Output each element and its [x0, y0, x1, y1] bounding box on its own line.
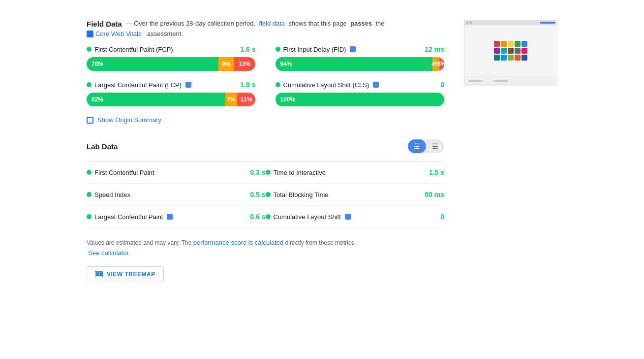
lab-metric-dot	[87, 214, 92, 219]
lab-metric-row: Largest Contentful Paint0.6 s	[87, 206, 266, 228]
cwv-link[interactable]: Core Web Vitals	[95, 30, 141, 37]
lab-data-header: Lab Data ☰ ☰	[87, 139, 444, 153]
info-icon[interactable]	[350, 46, 356, 52]
bar-red: 3%	[439, 57, 444, 71]
metric-dot	[276, 47, 280, 52]
lab-metric-label-text: Speed Index	[94, 191, 130, 198]
lab-metric-dot	[266, 214, 271, 219]
passes-text: passes	[350, 20, 372, 27]
origin-summary-checkbox[interactable]	[87, 117, 93, 124]
metric-label: First Input Delay (FID)	[276, 46, 356, 53]
treemap-icon	[95, 271, 103, 277]
origin-summary-row: Show Origin Summary	[87, 116, 444, 124]
origin-summary-label[interactable]: Show Origin Summary	[97, 116, 161, 124]
thumb-color-cell	[494, 41, 500, 47]
info-icon[interactable]	[373, 82, 379, 88]
lab-metric-label-text: First Contentful Paint	[94, 169, 154, 176]
thumb-color-cell	[494, 55, 500, 61]
metric-value: 0	[440, 81, 444, 89]
metric-label-text: First Input Delay (FID)	[283, 46, 346, 53]
view-treemap-button[interactable]: VIEW TREEMAP	[87, 266, 164, 282]
field-metric-item: First Input Delay (FID)12 ms94%4%3%	[276, 45, 445, 71]
lab-metric-label: Speed Index	[87, 191, 130, 198]
lab-metric-value: 1.5 s	[429, 168, 444, 176]
thumb-color-cell	[501, 41, 507, 47]
lab-metric-dot	[87, 192, 92, 197]
metric-dot	[87, 47, 92, 52]
lab-metric-dot	[266, 192, 271, 197]
perf-score-link[interactable]: performance score is calculated	[193, 239, 284, 246]
thumb-color-cell	[501, 55, 507, 61]
lab-metric-label: First Contentful Paint	[87, 169, 154, 176]
field-metrics-grid: First Contentful Paint (FCP)1.6 s78%9%13…	[87, 45, 444, 106]
metric-label-text: First Contentful Paint (FCP)	[94, 46, 173, 53]
metric-value: 12 ms	[425, 45, 444, 53]
bar-green: 78%	[87, 57, 218, 71]
toggle-compact-btn[interactable]: ☰	[426, 139, 444, 153]
lab-metric-value: 0.5 s	[250, 191, 265, 198]
metric-label: Largest Contentful Paint (LCP)	[87, 81, 191, 89]
treemap-label: VIEW TREEMAP	[107, 271, 155, 278]
field-data-link[interactable]: field data	[259, 20, 285, 27]
bar-green: 82%	[87, 93, 225, 106]
thumb-color-cell	[521, 48, 527, 54]
metric-progress-bar: 78%9%13%	[87, 57, 256, 71]
thumb-color-cell	[508, 55, 514, 61]
lab-data-section: Lab Data ☰ ☰ First Contentful Paint0.3 s…	[87, 139, 444, 228]
metric-progress-bar: 94%4%3%	[276, 57, 445, 71]
lab-metric-label: Total Blocking Time	[266, 191, 329, 198]
bar-green: 100%	[276, 93, 445, 106]
metric-dot	[276, 82, 280, 87]
field-data-description: — Over the previous 28-day collection pe…	[124, 20, 385, 27]
view-toggle: ☰ ☰	[408, 139, 444, 153]
field-metric-item: Cumulative Layout Shift (CLS)0100%	[276, 81, 445, 106]
thumbnail-panel	[464, 20, 557, 282]
thumb-color-cell	[508, 41, 514, 47]
metric-label: First Contentful Paint (FCP)	[87, 46, 173, 53]
lab-metric-label: Largest Contentful Paint	[87, 213, 173, 221]
thumb-color-cell	[515, 55, 521, 61]
lab-metric-row: Total Blocking Time80 ms	[266, 184, 445, 206]
lab-metric-value: 0.3 s	[250, 168, 265, 176]
metric-progress-bar: 82%7%11%	[87, 93, 256, 106]
lab-metric-label-text: Total Blocking Time	[274, 191, 329, 198]
metric-label-text: Largest Contentful Paint (LCP)	[94, 81, 182, 89]
bar-red: 11%	[237, 93, 256, 106]
bar-red: 13%	[234, 57, 256, 71]
lab-metric-label-text: Largest Contentful Paint	[94, 213, 163, 221]
info-icon[interactable]	[167, 214, 173, 220]
thumb-color-cell	[494, 48, 500, 54]
calculator-link[interactable]: See calculator	[88, 249, 128, 257]
metric-value: 1.9 s	[240, 81, 255, 89]
lab-metric-label: Cumulative Layout Shift	[266, 213, 351, 221]
metric-label-text: Cumulative Layout Shift (CLS)	[283, 81, 369, 89]
lab-col-right: Time to Interactive1.5 sTotal Blocking T…	[266, 162, 445, 228]
lab-metric-dot	[87, 170, 92, 175]
bar-orange: 9%	[218, 57, 234, 71]
field-metric-item: First Contentful Paint (FCP)1.6 s78%9%13…	[87, 45, 256, 71]
lab-metric-row: Speed Index0.5 s	[87, 184, 266, 206]
page-thumbnail	[464, 20, 557, 86]
detailed-icon: ☰	[414, 142, 420, 150]
info-icon[interactable]	[185, 82, 191, 88]
lab-metric-row: Time to Interactive1.5 s	[266, 162, 445, 184]
lab-metric-row: Cumulative Layout Shift0	[266, 206, 445, 228]
footer-text: Values are estimated and may vary. The p…	[87, 238, 444, 259]
lab-metric-value: 80 ms	[425, 191, 444, 198]
bar-orange: 7%	[225, 93, 237, 106]
lab-metric-label: Time to Interactive	[266, 169, 326, 176]
lab-col-left: First Contentful Paint0.3 sSpeed Index0.…	[87, 162, 266, 228]
lab-metric-value: 0	[440, 213, 444, 221]
lab-data-title: Lab Data	[87, 142, 118, 151]
lab-metric-value: 0.6 s	[250, 213, 265, 221]
thumb-color-cell	[501, 48, 507, 54]
toggle-detailed-btn[interactable]: ☰	[408, 139, 426, 153]
info-icon[interactable]	[345, 214, 351, 220]
thumb-color-cell	[521, 41, 527, 47]
lab-metrics-grid: First Contentful Paint0.3 sSpeed Index0.…	[87, 162, 444, 228]
thumb-color-cell	[515, 41, 521, 47]
lab-metric-label-text: Cumulative Layout Shift	[274, 213, 341, 221]
field-data-title: Field Data	[87, 20, 122, 28]
lab-metric-row: First Contentful Paint0.3 s	[87, 162, 266, 184]
metric-label: Cumulative Layout Shift (CLS)	[276, 81, 379, 89]
